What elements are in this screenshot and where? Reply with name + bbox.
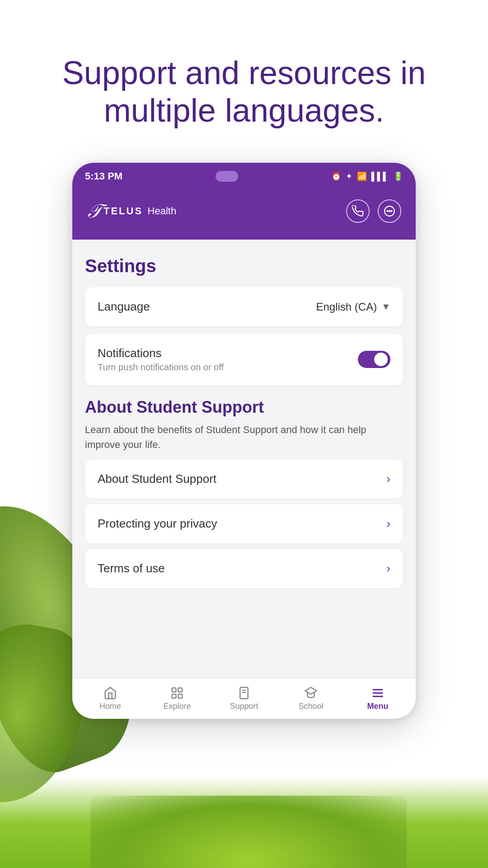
about-student-support-label: About Student Support xyxy=(98,472,216,486)
nav-item-support[interactable]: Support xyxy=(211,686,277,711)
status-icons: ⏰ ✦ 📶 ▌▌▌ 🔋 xyxy=(331,171,403,181)
wifi-icon: 📶 xyxy=(357,171,367,181)
telus-brand-text: TELUS xyxy=(103,205,143,217)
language-label: Language xyxy=(98,300,150,314)
hero-title: Support and resources in multiple langua… xyxy=(36,54,452,129)
svg-rect-6 xyxy=(172,694,176,698)
notifications-label: Notifications xyxy=(98,346,224,360)
bluetooth-icon: ✦ xyxy=(346,171,352,181)
notifications-sublabel: Turn push notifications on or off xyxy=(98,362,224,373)
about-section-header: About Student Support Learn about the be… xyxy=(85,398,403,452)
support-icon xyxy=(237,686,251,700)
settings-title: Settings xyxy=(85,256,403,276)
chevron-down-icon: ▼ xyxy=(381,302,390,312)
about-section-title: About Student Support xyxy=(85,398,403,417)
school-icon xyxy=(304,686,318,700)
protecting-privacy-item[interactable]: Protecting your privacy › xyxy=(85,504,403,543)
nav-label-support: Support xyxy=(230,702,258,711)
terms-of-use-label: Terms of use xyxy=(98,561,165,576)
phone-frame: 5:13 PM ⏰ ✦ 📶 ▌▌▌ 🔋 𝒯 TELUS Health xyxy=(72,163,416,719)
header-action-icons xyxy=(346,199,401,223)
nav-label-menu: Menu xyxy=(367,702,389,711)
chevron-right-icon-3: › xyxy=(386,561,390,576)
explore-icon xyxy=(170,686,184,700)
svg-rect-7 xyxy=(178,694,183,698)
leaf-decoration-bottom2 xyxy=(90,796,407,868)
message-icon xyxy=(384,205,395,217)
terms-of-use-card: Terms of use › xyxy=(85,549,403,588)
chevron-right-icon-1: › xyxy=(386,472,390,486)
chevron-right-icon-2: › xyxy=(386,517,390,531)
menu-icon xyxy=(371,686,385,700)
battery-icon: 🔋 xyxy=(393,171,403,181)
phone-icon xyxy=(352,205,364,217)
status-time: 5:13 PM xyxy=(85,170,122,182)
home-icon xyxy=(103,686,117,700)
nav-label-explore: Explore xyxy=(163,702,191,711)
notifications-text: Notifications Turn push notifications on… xyxy=(98,346,224,373)
terms-of-use-item[interactable]: Terms of use › xyxy=(85,549,403,588)
language-row[interactable]: Language English (CA) ▼ xyxy=(85,287,403,326)
status-bar: 5:13 PM ⏰ ✦ 📶 ▌▌▌ 🔋 xyxy=(72,163,416,190)
nav-label-home: Home xyxy=(99,702,121,711)
protecting-privacy-card: Protecting your privacy › xyxy=(85,504,403,543)
notifications-card: Notifications Turn push notifications on… xyxy=(85,334,403,385)
notifications-row[interactable]: Notifications Turn push notifications on… xyxy=(85,334,403,385)
nav-item-home[interactable]: Home xyxy=(77,686,144,711)
svg-point-3 xyxy=(391,211,392,212)
about-student-support-item[interactable]: About Student Support › xyxy=(85,459,403,499)
signal-icon: ▌▌▌ xyxy=(371,172,389,181)
about-student-support-card: About Student Support › xyxy=(85,459,403,499)
svg-point-2 xyxy=(389,211,390,212)
content-area: Settings Language English (CA) ▼ Notific… xyxy=(72,240,416,678)
call-button[interactable] xyxy=(346,199,370,223)
about-section-desc: Learn about the benefits of Student Supp… xyxy=(85,422,403,452)
notifications-toggle[interactable] xyxy=(358,351,390,368)
chat-button[interactable] xyxy=(378,199,401,223)
protecting-privacy-label: Protecting your privacy xyxy=(98,517,217,531)
telus-logo: 𝒯 TELUS Health xyxy=(87,200,176,222)
bottom-nav: Home Explore Support Schoo xyxy=(72,678,416,719)
nav-item-explore[interactable]: Explore xyxy=(144,686,211,711)
telus-product-text: Health xyxy=(148,205,177,217)
svg-rect-4 xyxy=(172,688,176,692)
nav-label-school: School xyxy=(298,702,323,711)
app-header: 𝒯 TELUS Health xyxy=(72,190,416,240)
telus-script-icon: 𝒯 xyxy=(87,200,99,222)
status-notch xyxy=(216,171,238,182)
nav-item-menu[interactable]: Menu xyxy=(344,686,411,711)
toggle-thumb xyxy=(374,353,388,366)
svg-rect-5 xyxy=(178,688,183,692)
alarm-icon: ⏰ xyxy=(331,171,341,181)
svg-point-1 xyxy=(387,211,388,212)
language-value: English (CA) xyxy=(316,301,377,313)
nav-item-school[interactable]: School xyxy=(277,686,344,711)
language-select[interactable]: English (CA) ▼ xyxy=(316,301,390,313)
language-card: Language English (CA) ▼ xyxy=(85,287,403,326)
